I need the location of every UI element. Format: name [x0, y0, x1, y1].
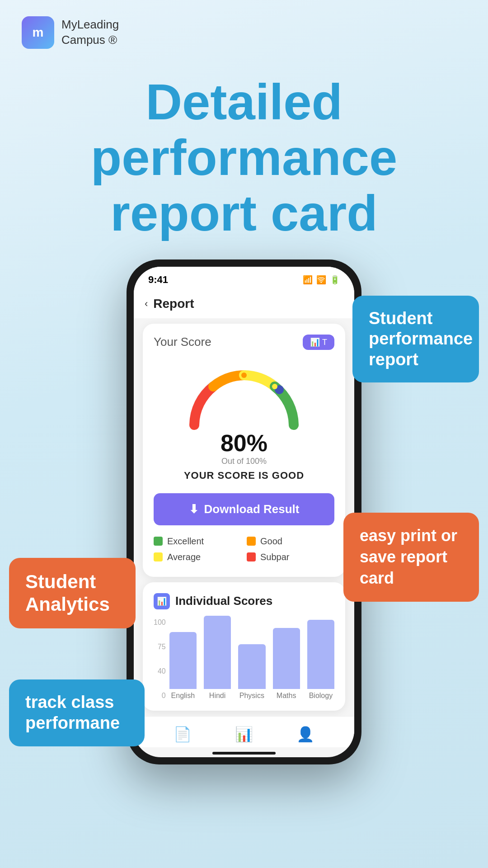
- average-dot: [154, 552, 163, 561]
- legend-excellent: Excellent: [154, 536, 241, 547]
- subpar-dot: [247, 552, 256, 561]
- home-indicator: [212, 752, 276, 755]
- brand-name: MyLeading Campus ®: [61, 17, 119, 48]
- bar-hindi-fill: [204, 616, 231, 689]
- bar-chart: 100 75 40 0 English Hindi: [154, 618, 334, 700]
- bar-biology-fill: [307, 620, 334, 689]
- gauge-chart: [181, 362, 307, 434]
- phone-screen: 9:41 📶 🛜 🔋 ‹ Report Your Score 📊 T: [134, 267, 354, 757]
- bar-physics-fill: [238, 644, 265, 689]
- download-result-button[interactable]: ⬇ Download Result: [154, 493, 334, 525]
- logo: m: [22, 16, 54, 49]
- gauge-percent: 80%: [221, 429, 267, 457]
- y-axis: 100 75 40 0: [154, 618, 166, 700]
- nav-chart-icon[interactable]: 📊: [235, 726, 253, 743]
- excellent-dot: [154, 537, 163, 546]
- bubble-student-performance: Student performance report: [352, 296, 479, 383]
- section-title: Individual Scores: [175, 594, 272, 608]
- battery-icon: 🔋: [330, 275, 340, 285]
- legend-average: Average: [154, 552, 241, 562]
- status-time: 9:41: [148, 274, 168, 286]
- bottom-nav: 📄 📊 👤: [134, 716, 354, 747]
- signal-icon: 📶: [303, 275, 313, 285]
- wifi-icon: 🛜: [316, 275, 326, 285]
- hero-title: Detailed performance report card: [27, 74, 461, 241]
- phone-frame: 9:41 📶 🛜 🔋 ‹ Report Your Score 📊 T: [127, 259, 361, 764]
- score-card: Your Score 📊 T: [143, 324, 345, 577]
- section-header: 📊 Individual Scores: [154, 593, 334, 609]
- bar-biology: Biology: [307, 620, 334, 700]
- chart-icon: 📊: [154, 593, 170, 609]
- score-label: Your Score: [154, 335, 211, 349]
- score-tab[interactable]: 📊 T: [303, 335, 334, 350]
- svg-point-2: [272, 384, 277, 389]
- legend-good: Good: [247, 536, 334, 547]
- header: m MyLeading Campus ®: [0, 0, 488, 65]
- bar-english: English: [169, 632, 197, 700]
- gauge-out-of: Out of 100%: [221, 457, 267, 466]
- gauge-container: 80% Out of 100% YOUR SCORE IS GOOD: [154, 357, 334, 486]
- bubble-student-analytics: Student Analytics: [9, 558, 136, 629]
- bars-container: English Hindi Physics Maths: [169, 618, 334, 700]
- nav-report-icon[interactable]: 📄: [174, 726, 192, 743]
- svg-point-1: [241, 373, 247, 378]
- good-dot: [247, 537, 256, 546]
- hero-section: Detailed performance report card: [0, 65, 488, 259]
- bar-english-fill: [169, 632, 197, 689]
- bubble-easy-print: easy print or save report card: [343, 513, 479, 601]
- score-header: Your Score 📊 T: [154, 335, 334, 350]
- app-nav: ‹ Report: [134, 289, 354, 318]
- download-icon: ⬇: [189, 502, 199, 516]
- individual-scores-section: 📊 Individual Scores 100 75 40 0 Englis: [143, 582, 345, 711]
- bubble-track-class: track class performane: [9, 679, 145, 746]
- status-icons: 📶 🛜 🔋: [303, 275, 340, 285]
- bar-maths: Maths: [273, 628, 300, 700]
- phone-area: Student performance report Student Analy…: [0, 259, 488, 792]
- nav-profile-icon[interactable]: 👤: [296, 726, 314, 743]
- legend: Excellent Good Average Subpar: [154, 533, 334, 566]
- bar-hindi: Hindi: [204, 616, 231, 700]
- status-bar: 9:41 📶 🛜 🔋: [134, 267, 354, 289]
- back-button[interactable]: ‹: [145, 298, 148, 310]
- nav-title: Report: [153, 297, 194, 311]
- bar-maths-fill: [273, 628, 300, 689]
- gauge-message: YOUR SCORE IS GOOD: [184, 470, 304, 481]
- bar-physics: Physics: [238, 644, 265, 700]
- legend-subpar: Subpar: [247, 552, 334, 562]
